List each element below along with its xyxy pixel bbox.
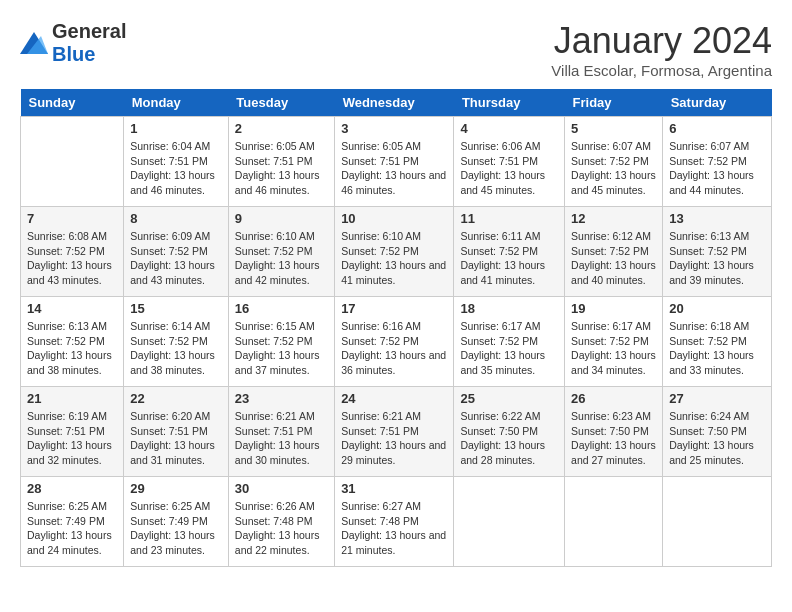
- calendar-cell: 21Sunrise: 6:19 AMSunset: 7:51 PMDayligh…: [21, 387, 124, 477]
- week-row-2: 7Sunrise: 6:08 AMSunset: 7:52 PMDaylight…: [21, 207, 772, 297]
- calendar-cell: 11Sunrise: 6:11 AMSunset: 7:52 PMDayligh…: [454, 207, 565, 297]
- calendar-cell: 20Sunrise: 6:18 AMSunset: 7:52 PMDayligh…: [663, 297, 772, 387]
- logo-text: General Blue: [52, 20, 126, 66]
- day-number: 2: [235, 121, 328, 136]
- day-info: Sunrise: 6:24 AMSunset: 7:50 PMDaylight:…: [669, 409, 765, 468]
- day-number: 9: [235, 211, 328, 226]
- day-info: Sunrise: 6:10 AMSunset: 7:52 PMDaylight:…: [235, 229, 328, 288]
- day-number: 20: [669, 301, 765, 316]
- day-info: Sunrise: 6:25 AMSunset: 7:49 PMDaylight:…: [130, 499, 222, 558]
- day-number: 1: [130, 121, 222, 136]
- day-info: Sunrise: 6:09 AMSunset: 7:52 PMDaylight:…: [130, 229, 222, 288]
- calendar-cell: [663, 477, 772, 567]
- day-number: 10: [341, 211, 447, 226]
- calendar-cell: 14Sunrise: 6:13 AMSunset: 7:52 PMDayligh…: [21, 297, 124, 387]
- day-number: 8: [130, 211, 222, 226]
- day-number: 29: [130, 481, 222, 496]
- calendar-cell: 18Sunrise: 6:17 AMSunset: 7:52 PMDayligh…: [454, 297, 565, 387]
- calendar-cell: 25Sunrise: 6:22 AMSunset: 7:50 PMDayligh…: [454, 387, 565, 477]
- logo-icon: [20, 32, 48, 54]
- calendar-cell: [454, 477, 565, 567]
- logo-general: General: [52, 20, 126, 42]
- day-number: 17: [341, 301, 447, 316]
- day-info: Sunrise: 6:18 AMSunset: 7:52 PMDaylight:…: [669, 319, 765, 378]
- day-info: Sunrise: 6:14 AMSunset: 7:52 PMDaylight:…: [130, 319, 222, 378]
- calendar-cell: 8Sunrise: 6:09 AMSunset: 7:52 PMDaylight…: [124, 207, 229, 297]
- calendar-cell: 2Sunrise: 6:05 AMSunset: 7:51 PMDaylight…: [228, 117, 334, 207]
- day-header-saturday: Saturday: [663, 89, 772, 117]
- day-number: 12: [571, 211, 656, 226]
- week-row-1: 1Sunrise: 6:04 AMSunset: 7:51 PMDaylight…: [21, 117, 772, 207]
- calendar-cell: 16Sunrise: 6:15 AMSunset: 7:52 PMDayligh…: [228, 297, 334, 387]
- week-row-4: 21Sunrise: 6:19 AMSunset: 7:51 PMDayligh…: [21, 387, 772, 477]
- day-number: 25: [460, 391, 558, 406]
- day-info: Sunrise: 6:25 AMSunset: 7:49 PMDaylight:…: [27, 499, 117, 558]
- day-number: 31: [341, 481, 447, 496]
- day-header-thursday: Thursday: [454, 89, 565, 117]
- day-number: 5: [571, 121, 656, 136]
- day-number: 13: [669, 211, 765, 226]
- calendar-cell: 19Sunrise: 6:17 AMSunset: 7:52 PMDayligh…: [565, 297, 663, 387]
- day-number: 14: [27, 301, 117, 316]
- day-number: 3: [341, 121, 447, 136]
- day-info: Sunrise: 6:12 AMSunset: 7:52 PMDaylight:…: [571, 229, 656, 288]
- logo-blue: Blue: [52, 43, 95, 65]
- title-section: January 2024 Villa Escolar, Formosa, Arg…: [551, 20, 772, 79]
- day-number: 30: [235, 481, 328, 496]
- calendar-cell: 15Sunrise: 6:14 AMSunset: 7:52 PMDayligh…: [124, 297, 229, 387]
- day-number: 28: [27, 481, 117, 496]
- day-header-sunday: Sunday: [21, 89, 124, 117]
- week-row-3: 14Sunrise: 6:13 AMSunset: 7:52 PMDayligh…: [21, 297, 772, 387]
- logo: General Blue: [20, 20, 126, 66]
- calendar-cell: 13Sunrise: 6:13 AMSunset: 7:52 PMDayligh…: [663, 207, 772, 297]
- day-info: Sunrise: 6:05 AMSunset: 7:51 PMDaylight:…: [341, 139, 447, 198]
- calendar-cell: 26Sunrise: 6:23 AMSunset: 7:50 PMDayligh…: [565, 387, 663, 477]
- day-info: Sunrise: 6:23 AMSunset: 7:50 PMDaylight:…: [571, 409, 656, 468]
- day-header-wednesday: Wednesday: [335, 89, 454, 117]
- day-number: 24: [341, 391, 447, 406]
- day-info: Sunrise: 6:15 AMSunset: 7:52 PMDaylight:…: [235, 319, 328, 378]
- day-info: Sunrise: 6:26 AMSunset: 7:48 PMDaylight:…: [235, 499, 328, 558]
- calendar-cell: 7Sunrise: 6:08 AMSunset: 7:52 PMDaylight…: [21, 207, 124, 297]
- day-header-friday: Friday: [565, 89, 663, 117]
- week-row-5: 28Sunrise: 6:25 AMSunset: 7:49 PMDayligh…: [21, 477, 772, 567]
- day-info: Sunrise: 6:20 AMSunset: 7:51 PMDaylight:…: [130, 409, 222, 468]
- calendar-cell: 12Sunrise: 6:12 AMSunset: 7:52 PMDayligh…: [565, 207, 663, 297]
- day-info: Sunrise: 6:06 AMSunset: 7:51 PMDaylight:…: [460, 139, 558, 198]
- day-number: 15: [130, 301, 222, 316]
- calendar-cell: 24Sunrise: 6:21 AMSunset: 7:51 PMDayligh…: [335, 387, 454, 477]
- calendar-cell: 9Sunrise: 6:10 AMSunset: 7:52 PMDaylight…: [228, 207, 334, 297]
- calendar-cell: 1Sunrise: 6:04 AMSunset: 7:51 PMDaylight…: [124, 117, 229, 207]
- day-info: Sunrise: 6:05 AMSunset: 7:51 PMDaylight:…: [235, 139, 328, 198]
- calendar-cell: 6Sunrise: 6:07 AMSunset: 7:52 PMDaylight…: [663, 117, 772, 207]
- day-info: Sunrise: 6:21 AMSunset: 7:51 PMDaylight:…: [341, 409, 447, 468]
- day-info: Sunrise: 6:17 AMSunset: 7:52 PMDaylight:…: [460, 319, 558, 378]
- day-number: 27: [669, 391, 765, 406]
- day-info: Sunrise: 6:11 AMSunset: 7:52 PMDaylight:…: [460, 229, 558, 288]
- day-number: 16: [235, 301, 328, 316]
- day-info: Sunrise: 6:22 AMSunset: 7:50 PMDaylight:…: [460, 409, 558, 468]
- day-number: 22: [130, 391, 222, 406]
- calendar-cell: 4Sunrise: 6:06 AMSunset: 7:51 PMDaylight…: [454, 117, 565, 207]
- calendar-cell: 30Sunrise: 6:26 AMSunset: 7:48 PMDayligh…: [228, 477, 334, 567]
- header-row: SundayMondayTuesdayWednesdayThursdayFrid…: [21, 89, 772, 117]
- calendar-title: January 2024: [551, 20, 772, 62]
- calendar-cell: 5Sunrise: 6:07 AMSunset: 7:52 PMDaylight…: [565, 117, 663, 207]
- day-header-monday: Monday: [124, 89, 229, 117]
- calendar-cell: 17Sunrise: 6:16 AMSunset: 7:52 PMDayligh…: [335, 297, 454, 387]
- day-info: Sunrise: 6:10 AMSunset: 7:52 PMDaylight:…: [341, 229, 447, 288]
- day-info: Sunrise: 6:07 AMSunset: 7:52 PMDaylight:…: [669, 139, 765, 198]
- calendar-cell: 22Sunrise: 6:20 AMSunset: 7:51 PMDayligh…: [124, 387, 229, 477]
- day-info: Sunrise: 6:07 AMSunset: 7:52 PMDaylight:…: [571, 139, 656, 198]
- calendar-cell: 27Sunrise: 6:24 AMSunset: 7:50 PMDayligh…: [663, 387, 772, 477]
- day-info: Sunrise: 6:04 AMSunset: 7:51 PMDaylight:…: [130, 139, 222, 198]
- day-number: 11: [460, 211, 558, 226]
- calendar-subtitle: Villa Escolar, Formosa, Argentina: [551, 62, 772, 79]
- calendar-cell: 3Sunrise: 6:05 AMSunset: 7:51 PMDaylight…: [335, 117, 454, 207]
- day-number: 18: [460, 301, 558, 316]
- day-info: Sunrise: 6:17 AMSunset: 7:52 PMDaylight:…: [571, 319, 656, 378]
- calendar-cell: 28Sunrise: 6:25 AMSunset: 7:49 PMDayligh…: [21, 477, 124, 567]
- day-info: Sunrise: 6:19 AMSunset: 7:51 PMDaylight:…: [27, 409, 117, 468]
- day-info: Sunrise: 6:13 AMSunset: 7:52 PMDaylight:…: [669, 229, 765, 288]
- calendar-cell: 29Sunrise: 6:25 AMSunset: 7:49 PMDayligh…: [124, 477, 229, 567]
